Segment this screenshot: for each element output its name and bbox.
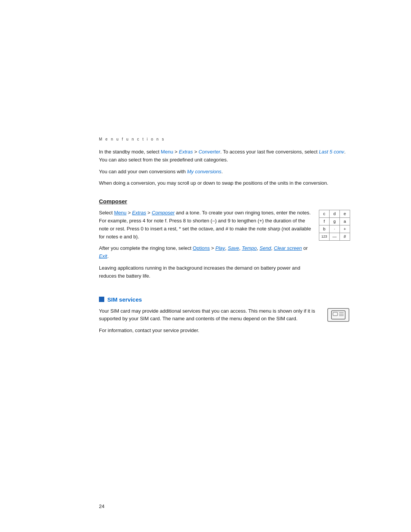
composer-p1-start: Select (99, 210, 114, 216)
composer-heading: Composer (99, 198, 127, 204)
intro-p1-arrow1: > (173, 149, 179, 155)
composer-content: Select Menu > Extras > Composer and a to… (99, 209, 350, 284)
composer-p2-comma4: , (271, 245, 274, 251)
sim-icon-box (327, 308, 349, 322)
keyboard-row-2: f g a (319, 218, 350, 225)
svg-rect-1 (333, 312, 338, 316)
intro-p2-end: . (221, 169, 223, 174)
section-label: M e n u f u n c t i o n s (99, 137, 350, 141)
composer-paragraph1: Select Menu > Extras > Composer and a to… (99, 209, 311, 241)
composer-paragraph3: Leaving applications running in the back… (99, 264, 311, 280)
sim-heading: SIM services (99, 296, 350, 303)
save-link[interactable]: Save (228, 245, 239, 251)
svg-rect-0 (331, 311, 345, 319)
intro-paragraph1: In the standby mode, select Menu > Extra… (99, 148, 350, 164)
composer-p2-end: . (107, 253, 109, 259)
key-f: f (319, 218, 330, 225)
key-dash: — (330, 233, 340, 241)
composer-p1-arrow2: > (146, 210, 152, 216)
composer-text: Select Menu > Extras > Composer and a to… (99, 209, 311, 284)
sim-section: SIM services Your SIM card may provide a… (99, 296, 350, 339)
key-a: a (340, 218, 350, 225)
composer-p2-start: After you complete the ringing tone, sel… (99, 245, 193, 251)
extras-link[interactable]: Extras (179, 149, 193, 155)
composer-p3-text: Leaving applications running in the back… (99, 265, 300, 279)
key-hash: # (340, 233, 350, 241)
page-number: 24 (99, 503, 104, 509)
intro-paragraph2: You can add your own conversions with My… (99, 168, 350, 176)
composer-p2-comma3: , (257, 245, 260, 251)
key-b: b (319, 225, 330, 233)
sim-paragraph2: For information, contact your service pr… (99, 327, 320, 335)
clear-screen-link[interactable]: Clear screen (274, 245, 302, 251)
key-d: d (330, 210, 340, 218)
key-123: 123 (319, 233, 330, 241)
tempo-link[interactable]: Tempo (242, 245, 256, 251)
keyboard-table: c d e f g a b · + (319, 210, 350, 241)
last5conv-link[interactable]: Last 5 conv (319, 149, 344, 155)
sim-content: Your SIM card may provide additional ser… (99, 307, 350, 339)
key-c: c (319, 210, 330, 218)
sim-heading-text: SIM services (107, 296, 142, 303)
sim-icon-container (327, 308, 350, 322)
keyboard-row-3: b · + (319, 225, 350, 233)
composer-extras-link[interactable]: Extras (132, 210, 146, 216)
exit-link[interactable]: Exit (99, 253, 107, 259)
keyboard-row-4: 123 — # (319, 233, 350, 241)
composer-section: Composer Select Menu > Extras > Composer… (99, 198, 350, 284)
menu-link[interactable]: Menu (161, 149, 174, 155)
key-dot: · (330, 225, 340, 233)
intro-p2-start: You can add your own conversions with (99, 169, 187, 174)
send-link[interactable]: Send (260, 245, 271, 251)
blue-square-icon (99, 297, 104, 302)
sim-paragraph1: Your SIM card may provide additional ser… (99, 307, 320, 323)
intro-p3-text: When doing a conversion, you may scroll … (99, 180, 328, 186)
intro-p1-arrow2: > (193, 149, 199, 155)
intro-p1-text-start: In the standby mode, select (99, 149, 161, 155)
composer-p1-arrow1: > (126, 210, 132, 216)
keyboard-row-1: c d e (319, 210, 350, 218)
sim-card-icon (331, 310, 346, 320)
intro-paragraph3: When doing a conversion, you may scroll … (99, 179, 350, 187)
composer-link[interactable]: Composer (152, 210, 175, 216)
page: M e n u f u n c t i o n s In the standby… (0, 0, 411, 532)
converter-link[interactable]: Converter (199, 149, 220, 155)
key-plus: + (340, 225, 350, 233)
composer-p2-or: or (302, 245, 307, 251)
sim-text: Your SIM card may provide additional ser… (99, 307, 320, 339)
options-link[interactable]: Options (193, 245, 210, 251)
key-e: e (340, 210, 350, 218)
my-conversions-link[interactable]: My conversions (187, 169, 221, 174)
composer-paragraph2: After you complete the ringing tone, sel… (99, 244, 311, 260)
play-link[interactable]: Play (215, 245, 225, 251)
content-area: M e n u f u n c t i o n s In the standby… (99, 137, 350, 339)
composer-p2-comma1: , (225, 245, 228, 251)
intro-p1-end1: . To access your last five conversions, … (220, 149, 319, 155)
composer-menu-link[interactable]: Menu (114, 210, 127, 216)
composer-p2-arrow: > (210, 245, 215, 251)
keyboard-grid: c d e f g a b · + (319, 210, 350, 241)
key-g: g (330, 218, 340, 225)
